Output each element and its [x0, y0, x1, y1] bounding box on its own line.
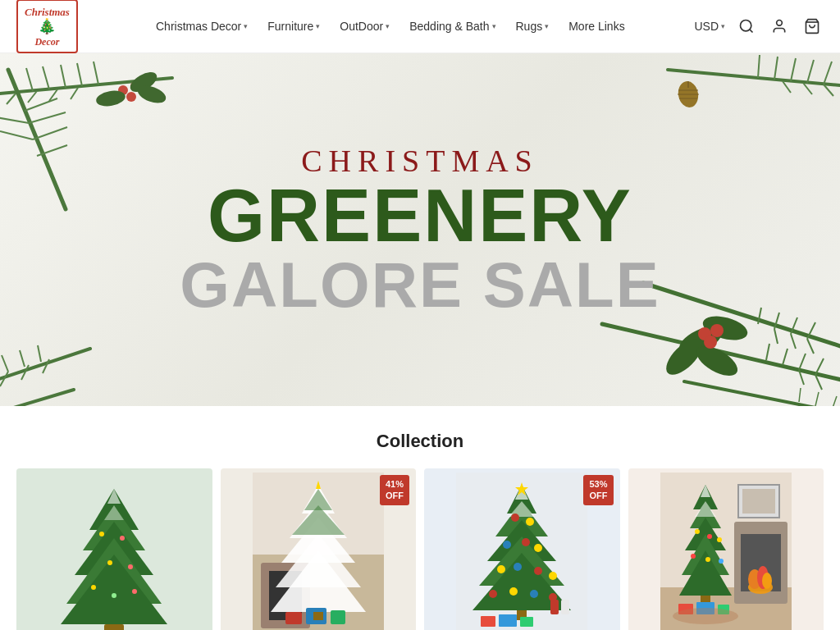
svg-rect-129: [561, 600, 569, 614]
chevron-down-icon: ▾: [386, 22, 390, 30]
svg-point-119: [534, 544, 542, 552]
svg-line-35: [803, 83, 812, 94]
svg-line-75: [0, 390, 74, 406]
svg-point-57: [675, 321, 726, 359]
svg-line-64: [684, 381, 840, 406]
nav-item-rugs[interactable]: Rugs ▾: [508, 15, 558, 38]
product-card-2[interactable]: 41% OFF: [221, 468, 417, 630]
svg-line-52: [799, 354, 806, 370]
collection-title: Collection: [16, 431, 824, 452]
svg-rect-132: [499, 614, 517, 627]
svg-line-69: [2, 355, 8, 372]
navbar: Christmas 🎄 Decor Christmas Decor ▾ Furn…: [0, 0, 840, 53]
svg-line-28: [668, 70, 840, 86]
corner-decoration-bl: [0, 250, 156, 406]
nav-item-more-links[interactable]: More Links: [560, 15, 632, 38]
svg-point-115: [511, 514, 519, 522]
svg-line-19: [37, 145, 67, 156]
user-account-button[interactable]: [768, 15, 791, 38]
svg-point-37: [676, 80, 700, 109]
svg-point-58: [701, 312, 751, 345]
search-button[interactable]: [735, 15, 758, 38]
svg-line-15: [8, 70, 66, 209]
svg-point-126: [530, 590, 538, 598]
svg-point-90: [112, 593, 116, 598]
logo-bottom-text: Decor: [34, 36, 59, 48]
svg-line-20: [0, 131, 33, 139]
svg-point-60: [692, 340, 742, 382]
svg-point-155: [717, 537, 722, 542]
svg-point-154: [707, 534, 712, 539]
svg-line-10: [94, 62, 98, 84]
svg-line-53: [783, 349, 788, 365]
svg-point-2: [777, 21, 783, 26]
svg-line-13: [49, 89, 57, 101]
svg-line-65: [832, 396, 837, 406]
svg-rect-138: [742, 489, 775, 514]
svg-line-45: [791, 317, 797, 334]
nav-links: Christmas Decor ▾ Furniture ▾ OutDoor ▾ …: [148, 15, 694, 38]
svg-line-34: [824, 84, 833, 96]
svg-point-121: [514, 563, 522, 571]
svg-point-85: [120, 536, 125, 541]
svg-line-4: [0, 78, 172, 94]
product-card-3[interactable]: 53% OFF: [424, 468, 620, 630]
nav-actions: USD ▾: [694, 15, 824, 38]
svg-line-54: [766, 344, 769, 360]
nav-item-furniture[interactable]: Furniture ▾: [259, 15, 328, 38]
svg-line-7: [43, 66, 49, 89]
cart-button[interactable]: [801, 15, 824, 38]
product-card-1[interactable]: [16, 468, 212, 630]
svg-line-11: [7, 93, 16, 104]
svg-point-27: [95, 89, 127, 108]
svg-rect-103: [285, 612, 302, 624]
svg-point-86: [107, 560, 112, 565]
nav-item-christmas-decor[interactable]: Christmas Decor ▾: [148, 15, 256, 38]
svg-line-32: [774, 57, 778, 80]
nav-item-outdoor[interactable]: OutDoor ▾: [331, 15, 398, 38]
svg-line-51: [815, 358, 824, 375]
hero-line2: GREENERY: [180, 179, 660, 253]
chevron-down-icon: ▾: [244, 22, 248, 30]
nav-item-bedding-bath[interactable]: Bedding & Bath ▾: [401, 15, 504, 38]
svg-point-123: [549, 572, 557, 580]
hero-line3: GALORE SALE: [180, 253, 660, 317]
currency-selector[interactable]: USD ▾: [694, 20, 725, 33]
svg-point-25: [127, 68, 160, 96]
svg-point-118: [522, 538, 530, 546]
svg-line-12: [28, 91, 37, 103]
svg-rect-133: [520, 617, 533, 627]
svg-point-61: [698, 327, 711, 340]
svg-line-68: [0, 349, 90, 381]
svg-line-44: [807, 322, 815, 339]
svg-point-22: [118, 85, 128, 95]
svg-marker-82: [107, 489, 121, 504]
chevron-down-icon: ▾: [545, 22, 549, 30]
hero-line1: CHRISTMAS: [180, 143, 660, 179]
svg-line-33: [758, 55, 760, 78]
product-card-4[interactable]: [628, 468, 824, 630]
svg-line-72: [0, 372, 8, 386]
svg-point-158: [719, 559, 724, 564]
chevron-down-icon: ▾: [316, 22, 320, 30]
svg-rect-131: [481, 616, 495, 627]
hero-banner: CHRISTMAS GREENERY GALORE SALE: [0, 53, 840, 406]
discount-badge-2: 41% OFF: [380, 475, 409, 505]
svg-point-87: [128, 564, 133, 569]
discount-badge-3: 53% OFF: [583, 475, 613, 505]
svg-line-48: [807, 339, 814, 354]
logo[interactable]: Christmas 🎄 Decor: [16, 0, 123, 53]
logo-icon: 🎄: [25, 19, 70, 34]
svg-point-145: [762, 573, 772, 589]
chevron-down-icon: ▾: [492, 22, 496, 30]
svg-line-17: [29, 112, 66, 123]
svg-line-18: [33, 127, 67, 139]
svg-line-14: [71, 88, 78, 99]
svg-point-124: [489, 590, 497, 598]
svg-point-120: [497, 565, 505, 573]
svg-point-26: [135, 82, 168, 106]
svg-point-62: [710, 324, 724, 337]
logo-top-text: Christmas: [25, 6, 70, 18]
svg-point-125: [509, 587, 518, 596]
svg-point-84: [99, 532, 104, 536]
